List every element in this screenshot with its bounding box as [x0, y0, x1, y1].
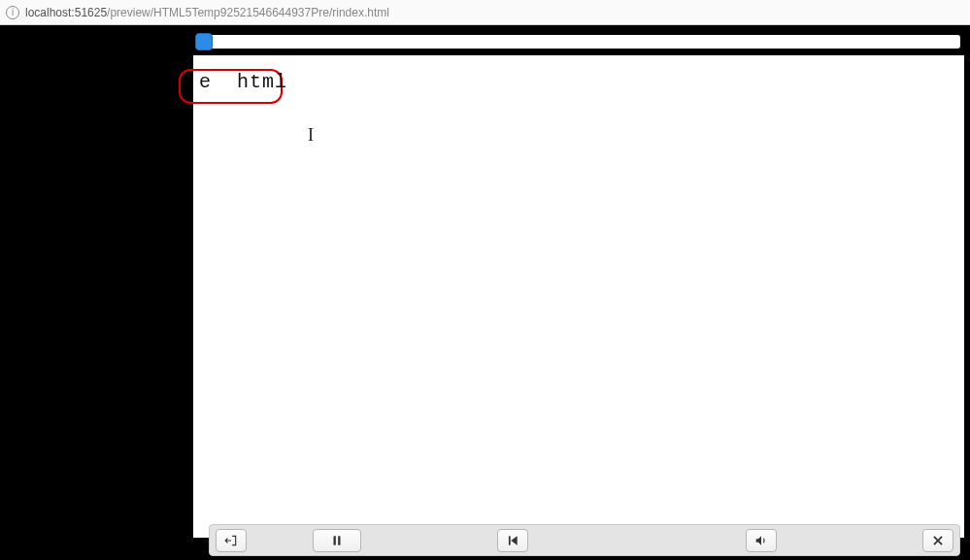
- url-host: localhost:: [25, 6, 75, 19]
- playback-control-bar: [209, 524, 960, 556]
- svg-rect-2: [509, 536, 511, 544]
- pause-button[interactable]: [313, 529, 361, 552]
- close-button[interactable]: [922, 529, 953, 552]
- viewport: e html I: [0, 25, 970, 560]
- seek-handle[interactable]: [195, 33, 213, 50]
- browser-address-bar: i localhost:51625/preview/HTML5Temp92521…: [0, 0, 970, 25]
- svg-rect-1: [338, 536, 340, 544]
- exit-icon: [224, 534, 238, 547]
- player-area: e html I: [193, 31, 964, 538]
- controls-right: [746, 529, 953, 552]
- exit-button[interactable]: [216, 529, 247, 552]
- volume-icon: [754, 534, 768, 547]
- rewind-button[interactable]: [497, 529, 528, 552]
- info-icon[interactable]: i: [6, 6, 19, 19]
- skip-back-icon: [506, 534, 519, 547]
- svg-rect-0: [334, 536, 336, 544]
- pause-icon: [330, 534, 344, 547]
- seek-track: [197, 35, 960, 49]
- seek-bar[interactable]: [193, 31, 964, 52]
- close-icon: [931, 534, 945, 547]
- content-stage: e html I: [193, 55, 964, 538]
- text-cursor-icon: I: [308, 125, 314, 146]
- url-display[interactable]: localhost:51625/preview/HTML5Temp9252154…: [25, 6, 389, 19]
- controls-left: [216, 529, 247, 552]
- url-path: /preview/HTML5Temp92521546644937Pre/rind…: [107, 6, 389, 19]
- volume-button[interactable]: [746, 529, 777, 552]
- stage-text: e html: [199, 71, 287, 93]
- url-port: 51625: [75, 6, 107, 19]
